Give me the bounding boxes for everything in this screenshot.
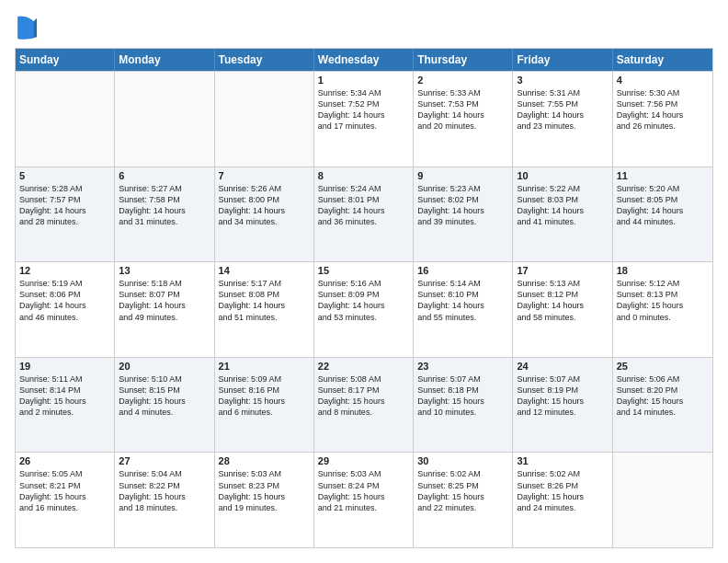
day-info: Sunrise: 5:19 AMSunset: 8:06 PMDaylight:… [19, 278, 110, 323]
day-cell-19: 19Sunrise: 5:11 AMSunset: 8:14 PMDayligh… [16, 358, 115, 453]
day-number: 26 [19, 455, 110, 466]
day-cell-12: 12Sunrise: 5:19 AMSunset: 8:06 PMDayligh… [16, 262, 115, 357]
day-number: 11 [617, 170, 709, 181]
calendar-body: 1Sunrise: 5:34 AMSunset: 7:52 PMDaylight… [16, 71, 712, 547]
day-number: 2 [417, 75, 508, 86]
day-cell-22: 22Sunrise: 5:08 AMSunset: 8:17 PMDayligh… [314, 358, 414, 453]
day-cell-24: 24Sunrise: 5:07 AMSunset: 8:19 PMDayligh… [513, 358, 612, 453]
day-info: Sunrise: 5:23 AMSunset: 8:02 PMDaylight:… [417, 183, 508, 228]
day-number: 6 [119, 170, 210, 181]
day-cell-7: 7Sunrise: 5:26 AMSunset: 8:00 PMDaylight… [215, 167, 314, 262]
day-cell-3: 3Sunrise: 5:31 AMSunset: 7:55 PMDaylight… [513, 72, 612, 167]
day-info: Sunrise: 5:28 AMSunset: 7:57 PMDaylight:… [19, 183, 110, 228]
day-number: 29 [318, 455, 409, 466]
day-number: 31 [517, 455, 608, 466]
day-number: 16 [417, 265, 508, 276]
day-info: Sunrise: 5:33 AMSunset: 7:53 PMDaylight:… [417, 87, 508, 132]
day-number: 24 [517, 361, 608, 372]
page: SundayMondayTuesdayWednesdayThursdayFrid… [0, 0, 728, 563]
day-cell-16: 16Sunrise: 5:14 AMSunset: 8:10 PMDayligh… [414, 262, 513, 357]
day-info: Sunrise: 5:03 AMSunset: 8:24 PMDaylight:… [318, 468, 409, 513]
day-cell-17: 17Sunrise: 5:13 AMSunset: 8:12 PMDayligh… [513, 262, 612, 357]
day-info: Sunrise: 5:09 AMSunset: 8:16 PMDaylight:… [219, 373, 310, 419]
day-info: Sunrise: 5:10 AMSunset: 8:15 PMDaylight:… [119, 373, 210, 419]
logo [15, 15, 40, 40]
empty-cell-0-2 [215, 72, 314, 167]
day-info: Sunrise: 5:11 AMSunset: 8:14 PMDaylight:… [19, 373, 110, 419]
day-number: 23 [417, 361, 508, 372]
day-info: Sunrise: 5:24 AMSunset: 8:01 PMDaylight:… [318, 183, 409, 228]
day-number: 19 [19, 361, 110, 372]
day-cell-31: 31Sunrise: 5:02 AMSunset: 8:26 PMDayligh… [513, 453, 612, 547]
day-info: Sunrise: 5:08 AMSunset: 8:17 PMDaylight:… [318, 373, 409, 419]
day-info: Sunrise: 5:18 AMSunset: 8:07 PMDaylight:… [119, 278, 210, 323]
calendar-row-2: 12Sunrise: 5:19 AMSunset: 8:06 PMDayligh… [16, 261, 712, 357]
day-info: Sunrise: 5:14 AMSunset: 8:10 PMDaylight:… [417, 278, 508, 323]
day-number: 5 [19, 170, 110, 181]
day-number: 12 [19, 265, 110, 276]
day-info: Sunrise: 5:34 AMSunset: 7:52 PMDaylight:… [318, 87, 409, 132]
day-cell-5: 5Sunrise: 5:28 AMSunset: 7:57 PMDaylight… [16, 167, 115, 262]
calendar-header: SundayMondayTuesdayWednesdayThursdayFrid… [16, 49, 712, 71]
logo-icon [15, 15, 37, 40]
day-cell-29: 29Sunrise: 5:03 AMSunset: 8:24 PMDayligh… [314, 453, 414, 547]
day-info: Sunrise: 5:20 AMSunset: 8:05 PMDaylight:… [617, 183, 709, 228]
day-info: Sunrise: 5:05 AMSunset: 8:21 PMDaylight:… [19, 468, 110, 513]
day-cell-8: 8Sunrise: 5:24 AMSunset: 8:01 PMDaylight… [314, 167, 414, 262]
weekday-header-sunday: Sunday [16, 49, 115, 71]
day-cell-15: 15Sunrise: 5:16 AMSunset: 8:09 PMDayligh… [314, 262, 414, 357]
day-info: Sunrise: 5:27 AMSunset: 7:58 PMDaylight:… [119, 183, 210, 228]
day-cell-6: 6Sunrise: 5:27 AMSunset: 7:58 PMDaylight… [115, 167, 214, 262]
day-cell-13: 13Sunrise: 5:18 AMSunset: 8:07 PMDayligh… [115, 262, 214, 357]
day-info: Sunrise: 5:02 AMSunset: 8:26 PMDaylight:… [517, 468, 608, 513]
day-cell-1: 1Sunrise: 5:34 AMSunset: 7:52 PMDaylight… [314, 72, 414, 167]
weekday-header-monday: Monday [115, 49, 214, 71]
day-info: Sunrise: 5:16 AMSunset: 8:09 PMDaylight:… [318, 278, 409, 323]
day-number: 13 [119, 265, 210, 276]
day-number: 1 [318, 75, 409, 86]
calendar-row-0: 1Sunrise: 5:34 AMSunset: 7:52 PMDaylight… [16, 71, 712, 167]
day-info: Sunrise: 5:22 AMSunset: 8:03 PMDaylight:… [517, 183, 608, 228]
day-info: Sunrise: 5:31 AMSunset: 7:55 PMDaylight:… [517, 87, 608, 132]
weekday-header-saturday: Saturday [613, 49, 712, 71]
day-info: Sunrise: 5:07 AMSunset: 8:19 PMDaylight:… [517, 373, 608, 419]
day-cell-10: 10Sunrise: 5:22 AMSunset: 8:03 PMDayligh… [513, 167, 612, 262]
day-number: 8 [318, 170, 409, 181]
day-cell-11: 11Sunrise: 5:20 AMSunset: 8:05 PMDayligh… [613, 167, 712, 262]
day-cell-30: 30Sunrise: 5:02 AMSunset: 8:25 PMDayligh… [414, 453, 513, 547]
day-number: 21 [219, 361, 310, 372]
day-cell-27: 27Sunrise: 5:04 AMSunset: 8:22 PMDayligh… [115, 453, 214, 547]
day-number: 3 [517, 75, 608, 86]
day-number: 18 [617, 265, 709, 276]
day-number: 4 [617, 75, 709, 86]
day-cell-9: 9Sunrise: 5:23 AMSunset: 8:02 PMDaylight… [414, 167, 513, 262]
day-cell-21: 21Sunrise: 5:09 AMSunset: 8:16 PMDayligh… [215, 358, 314, 453]
weekday-header-tuesday: Tuesday [215, 49, 314, 71]
day-cell-18: 18Sunrise: 5:12 AMSunset: 8:13 PMDayligh… [613, 262, 712, 357]
calendar-row-3: 19Sunrise: 5:11 AMSunset: 8:14 PMDayligh… [16, 357, 712, 453]
day-cell-26: 26Sunrise: 5:05 AMSunset: 8:21 PMDayligh… [16, 453, 115, 547]
day-number: 10 [517, 170, 608, 181]
day-info: Sunrise: 5:03 AMSunset: 8:23 PMDaylight:… [219, 468, 310, 513]
empty-cell-4-6 [613, 453, 712, 547]
weekday-header-wednesday: Wednesday [314, 49, 414, 71]
day-number: 17 [517, 265, 608, 276]
day-cell-25: 25Sunrise: 5:06 AMSunset: 8:20 PMDayligh… [613, 358, 712, 453]
day-cell-20: 20Sunrise: 5:10 AMSunset: 8:15 PMDayligh… [115, 358, 214, 453]
day-info: Sunrise: 5:06 AMSunset: 8:20 PMDaylight:… [617, 373, 709, 419]
day-info: Sunrise: 5:07 AMSunset: 8:18 PMDaylight:… [417, 373, 508, 419]
calendar: SundayMondayTuesdayWednesdayThursdayFrid… [15, 48, 713, 548]
day-number: 30 [417, 455, 508, 466]
day-info: Sunrise: 5:13 AMSunset: 8:12 PMDaylight:… [517, 278, 608, 323]
day-info: Sunrise: 5:17 AMSunset: 8:08 PMDaylight:… [219, 278, 310, 323]
day-info: Sunrise: 5:04 AMSunset: 8:22 PMDaylight:… [119, 468, 210, 513]
day-number: 28 [219, 455, 310, 466]
day-number: 22 [318, 361, 409, 372]
weekday-header-thursday: Thursday [414, 49, 513, 71]
day-number: 14 [219, 265, 310, 276]
empty-cell-0-0 [16, 72, 115, 167]
calendar-row-4: 26Sunrise: 5:05 AMSunset: 8:21 PMDayligh… [16, 452, 712, 547]
day-number: 27 [119, 455, 210, 466]
day-cell-14: 14Sunrise: 5:17 AMSunset: 8:08 PMDayligh… [215, 262, 314, 357]
empty-cell-0-1 [115, 72, 214, 167]
